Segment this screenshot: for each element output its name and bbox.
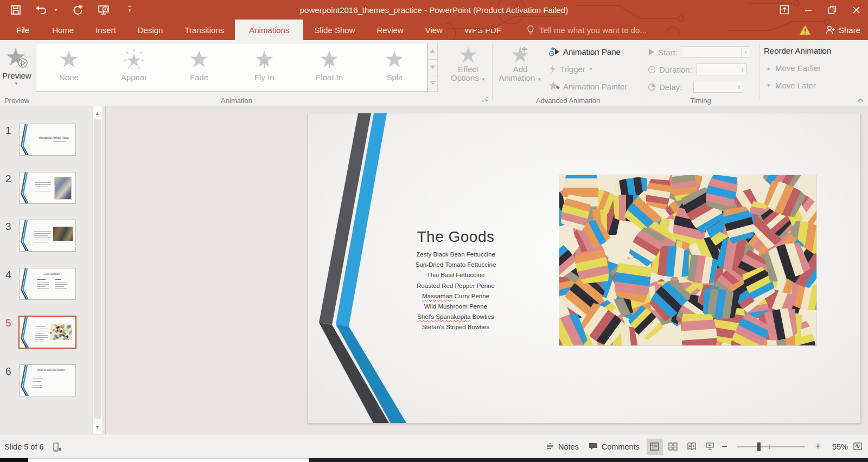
slide-list-item[interactable]: Wild Mushroom Penne (374, 301, 537, 312)
title-bar: ▼ ▔▼ powerpoint2016_themes_practice - Po… (0, 0, 868, 20)
slide-list-item[interactable]: Stefan's Striped Bowties (374, 322, 537, 332)
ribbon-animations: Preview ▼ Preview NoneAppearFadeFly InFl… (0, 40, 868, 106)
gallery-scroll-down-button[interactable] (427, 60, 438, 76)
animation-dialog-launcher[interactable] (482, 96, 488, 102)
thumbnail-scrollbar-thumb[interactable] (94, 119, 101, 419)
delay-spinner[interactable]: ▲▼ (736, 81, 743, 93)
workspace: 1Mongibello Artisan Pasta2 34Let's Compa… (0, 106, 868, 434)
thumbnail-pasta-image (50, 324, 72, 340)
zoom-out-button[interactable]: − (718, 441, 731, 452)
animation-painter-icon (549, 81, 560, 91)
animation-float-in[interactable]: Float In (297, 43, 362, 91)
taskbar-edge (0, 458, 868, 462)
start-slideshow-button[interactable] (97, 3, 111, 17)
thumbnail-slide-preview[interactable]: Shop or Visit Our Kitchen (19, 364, 76, 396)
tab-slide-show[interactable]: Slide Show (303, 20, 366, 40)
restore-button[interactable] (820, 0, 844, 20)
lightbulb-icon (526, 25, 535, 35)
animation-painter-button[interactable]: Animation Painter (549, 80, 627, 92)
undo-button[interactable] (35, 3, 49, 17)
move-later-button[interactable]: ▼Move Later (766, 81, 816, 90)
notes-button[interactable]: Notes (541, 440, 584, 454)
delay-input[interactable]: ▲▼ (693, 81, 743, 93)
thumbnail-image (54, 177, 72, 200)
slideshow-view-button[interactable] (702, 439, 718, 455)
animation-split[interactable]: Split (362, 43, 427, 91)
slide-title[interactable]: The Goods (374, 228, 537, 246)
delay-label: Delay: (659, 82, 682, 92)
animation-fly-in[interactable]: Fly In (232, 43, 297, 91)
duration-label: Duration: (659, 65, 692, 74)
duration-input[interactable]: ▲▼ (697, 63, 746, 75)
comments-button[interactable]: Comments (584, 440, 644, 454)
start-dropdown[interactable]: ▼ (681, 46, 750, 58)
spellcheck-icon[interactable] (53, 442, 62, 452)
minimize-button[interactable] (796, 0, 820, 20)
slide-list-item[interactable]: Roasted Red Pepper Penne (374, 281, 537, 291)
current-slide[interactable]: The Goods Zesty Black Bean FettuccineSun… (308, 113, 860, 423)
slide-sorter-view-button[interactable] (665, 439, 681, 455)
tab-home[interactable]: Home (41, 20, 85, 40)
slide-list-item[interactable]: Massaman Curry Penne (374, 291, 537, 301)
thumbnail-slide-preview[interactable] (19, 172, 76, 204)
tab-view[interactable]: View (414, 20, 454, 40)
duration-spinner[interactable]: ▲▼ (739, 64, 746, 76)
thumbnail-scroll-up-arrow[interactable]: ▲ (93, 108, 102, 118)
thumbnail-slide-preview[interactable]: Mongibello Artisan Pasta (19, 124, 76, 156)
effect-options-button[interactable]: EffectOptions ▼ (446, 44, 490, 93)
tab-file[interactable]: File (4, 20, 41, 40)
none-star-icon (58, 48, 80, 71)
move-earlier-icon: ▲ (766, 65, 771, 71)
thumbnail-slide-preview[interactable] (18, 316, 76, 349)
collapse-ribbon-chevron[interactable] (857, 98, 864, 102)
slide-list-item[interactable]: Shel's Spanakopita Bowties (374, 312, 537, 322)
redo-button[interactable] (71, 3, 85, 17)
tab-animations[interactable]: Animations (235, 20, 303, 40)
add-animation-button[interactable]: AddAnimation ▼ (495, 44, 546, 93)
comments-icon (589, 442, 598, 451)
normal-view-button[interactable] (647, 439, 663, 455)
slide-body-list[interactable]: Zesty Black Bean FettuccineSun-Dried Tom… (374, 249, 537, 333)
slide-number: 6 (5, 365, 11, 377)
animation-none[interactable]: None (36, 43, 101, 91)
tab-review[interactable]: Review (366, 20, 414, 40)
slide-editing-canvas[interactable]: The Goods Zesty Black Bean FettuccineSun… (106, 106, 864, 434)
fit-slide-to-window-button[interactable] (853, 442, 864, 451)
customize-qat-caret[interactable]: ▔▼ (123, 3, 137, 17)
tab-design[interactable]: Design (127, 20, 174, 40)
tell-me-box[interactable]: Tell me what you want to do... (526, 20, 647, 40)
slide-list-item[interactable]: Zesty Black Bean Fettuccine (374, 249, 537, 260)
close-button[interactable] (844, 0, 868, 20)
thumbnail-scrollbar[interactable]: ▲ ▼ (92, 106, 102, 434)
animation-appear[interactable]: Appear (101, 43, 167, 91)
trigger-lightning-icon (549, 64, 557, 74)
zoom-slider-thumb[interactable] (757, 442, 761, 451)
tab-transitions[interactable]: Transitions (174, 20, 235, 40)
save-button[interactable] (9, 3, 23, 17)
trigger-button[interactable]: Trigger ▼ (549, 63, 593, 75)
undo-dropdown-caret[interactable]: ▼ (53, 3, 59, 17)
preview-dropdown-caret[interactable]: ▼ (14, 81, 18, 86)
slide-list-item[interactable]: Sun-Dried Tomato Fettuccine (374, 260, 537, 270)
start-dropdown-caret[interactable]: ▼ (741, 47, 750, 57)
slide-list-item[interactable]: Thai Basil Fettuccine (374, 270, 537, 280)
tab-insert[interactable]: Insert (85, 20, 127, 40)
thumbnail-slide-preview[interactable]: Let's Compare (19, 268, 76, 300)
move-earlier-button[interactable]: ▲Move Earlier (766, 63, 821, 73)
pasta-photo[interactable] (559, 175, 816, 345)
zoom-slider[interactable] (737, 446, 805, 447)
zoom-in-button[interactable]: + (812, 441, 824, 452)
zoom-percentage[interactable]: 55% (824, 442, 848, 451)
gallery-more-button[interactable] (427, 75, 438, 92)
share-button[interactable]: Share (825, 25, 860, 35)
activation-warning-icon[interactable] (799, 25, 811, 35)
start-icon (648, 48, 655, 56)
animation-pane-button[interactable]: Animation Pane (549, 46, 621, 57)
tab-wps-pdf[interactable]: WPS PDF (454, 20, 512, 40)
thumbnail-slide-preview[interactable] (19, 220, 76, 252)
thumbnail-scroll-down-arrow[interactable]: ▼ (93, 422, 102, 432)
reading-view-button[interactable] (684, 439, 700, 455)
animation-fade[interactable]: Fade (167, 43, 232, 91)
ribbon-display-options-button[interactable] (773, 0, 796, 20)
gallery-scroll-up-button[interactable] (427, 43, 438, 60)
